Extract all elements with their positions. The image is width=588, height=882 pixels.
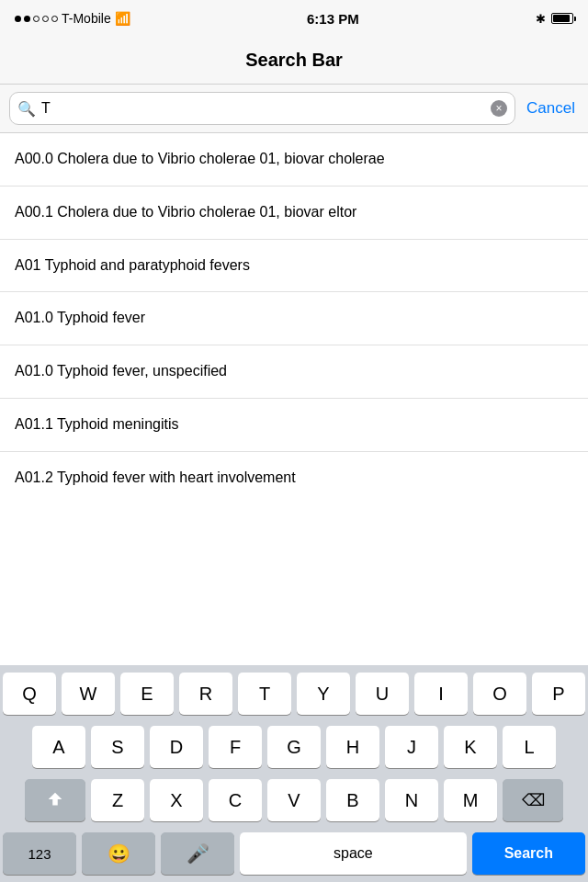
signal-dot-4 [42, 16, 49, 22]
key-j[interactable]: J [385, 726, 438, 768]
search-input[interactable] [41, 100, 485, 117]
key-d[interactable]: D [150, 726, 203, 768]
status-bar: T-Mobile 📶 6:13 PM ✱ [0, 0, 588, 37]
key-b[interactable]: B [326, 779, 379, 821]
status-left: T-Mobile 📶 [15, 11, 130, 26]
bluetooth-icon: ✱ [536, 12, 546, 26]
search-row: 🔍 × Cancel [0, 85, 588, 133]
signal-dot-2 [24, 16, 30, 22]
cancel-button[interactable]: Cancel [523, 99, 579, 118]
result-item-6[interactable]: A01.2 Typhoid fever with heart involveme… [0, 452, 588, 504]
clear-button[interactable]: × [491, 100, 507, 117]
wifi-icon: 📶 [115, 11, 130, 26]
signal-dots [15, 16, 58, 22]
result-item-2[interactable]: A01 Typhoid and paratyphoid fevers [0, 240, 588, 293]
key-h[interactable]: H [326, 726, 379, 768]
result-item-1[interactable]: A00.1 Cholera due to Vibrio cholerae 01,… [0, 187, 588, 240]
key-p[interactable]: P [532, 673, 585, 715]
key-s[interactable]: S [91, 726, 144, 768]
key-n[interactable]: N [385, 779, 438, 821]
mic-key[interactable]: 🎤 [161, 832, 234, 875]
result-item-3[interactable]: A01.0 Typhoid fever [0, 292, 588, 345]
key-i[interactable]: I [414, 673, 468, 715]
key-e[interactable]: E [120, 673, 174, 715]
result-item-5[interactable]: A01.1 Typhoid meningitis [0, 399, 588, 452]
keyboard-row-2: ASDFGHJKL [0, 718, 588, 772]
search-key[interactable]: Search [472, 832, 585, 875]
numbers-key[interactable]: 123 [3, 832, 76, 875]
key-w[interactable]: W [62, 673, 115, 715]
key-y[interactable]: Y [297, 673, 350, 715]
battery-icon [551, 13, 573, 24]
key-t[interactable]: T [238, 673, 291, 715]
signal-dot-3 [33, 16, 40, 22]
key-m[interactable]: M [444, 779, 497, 821]
emoji-key[interactable]: 😀 [82, 832, 155, 875]
key-o[interactable]: O [473, 673, 526, 715]
page-title: Search Bar [245, 50, 343, 71]
key-q[interactable]: Q [3, 673, 56, 715]
key-a[interactable]: A [32, 726, 85, 768]
signal-dot-5 [51, 16, 58, 22]
result-item-4[interactable]: A01.0 Typhoid fever, unspecified [0, 345, 588, 399]
delete-key[interactable]: ⌫ [503, 779, 563, 821]
space-key[interactable]: space [240, 832, 467, 875]
nav-bar: Search Bar [0, 37, 588, 85]
key-z[interactable]: Z [91, 779, 144, 821]
keyboard-row-4: 123 😀 🎤 space Search [0, 825, 588, 882]
key-f[interactable]: F [209, 726, 262, 768]
keyboard: QWERTYUIOP ASDFGHJKL ZXCVBNM⌫ 123 😀 🎤 sp… [0, 665, 588, 882]
keyboard-row-1: QWERTYUIOP [0, 665, 588, 718]
key-v[interactable]: V [267, 779, 321, 821]
key-k[interactable]: K [444, 726, 497, 768]
shift-key[interactable] [25, 779, 85, 821]
keyboard-row-3: ZXCVBNM⌫ [0, 772, 588, 825]
result-item-0[interactable]: A00.0 Cholera due to Vibrio cholerae 01,… [0, 133, 588, 187]
search-input-wrap[interactable]: 🔍 × [9, 92, 515, 125]
key-u[interactable]: U [356, 673, 409, 715]
carrier-label: T-Mobile [62, 11, 111, 26]
key-r[interactable]: R [179, 673, 232, 715]
status-right: ✱ [536, 12, 573, 26]
key-x[interactable]: X [150, 779, 203, 821]
search-icon: 🔍 [17, 100, 36, 118]
results-list: A00.0 Cholera due to Vibrio cholerae 01,… [0, 133, 588, 504]
key-c[interactable]: C [209, 779, 262, 821]
status-time: 6:13 PM [307, 11, 359, 27]
key-g[interactable]: G [267, 726, 321, 768]
key-l[interactable]: L [503, 726, 556, 768]
signal-dot-1 [15, 16, 21, 22]
